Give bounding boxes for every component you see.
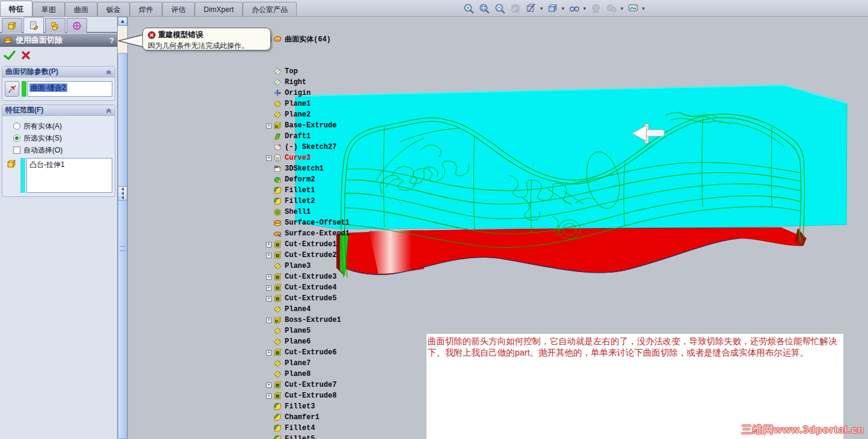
tree-expand-icon[interactable]: +: [266, 285, 272, 291]
featuremanager-tab[interactable]: [2, 18, 22, 33]
configurationmanager-tab[interactable]: [45, 18, 65, 33]
splitter-handle[interactable]: [118, 186, 127, 201]
flip-cut-direction-button[interactable]: [5, 81, 19, 97]
dropdown-arrow-icon[interactable]: ▼: [641, 6, 646, 11]
selection-color-bar: [22, 81, 26, 97]
tree-item-plane2[interactable]: +Plane2: [263, 109, 311, 120]
command-manager-tab-bar: 特征草图曲面钣金焊件评估DimXpert办公室产品 ▼▼▼▼▼: [0, 0, 868, 17]
tooltip-title: 重建模型错误: [158, 30, 203, 40]
tree-expand-icon[interactable]: +: [266, 350, 272, 356]
origin-icon: [273, 89, 283, 97]
surface-selection-listbox[interactable]: 曲面-缝合2: [28, 81, 112, 97]
tree-item-right[interactable]: +Right: [263, 77, 306, 88]
tree-item-sketch27[interactable]: +(-) Sketch27: [263, 142, 336, 153]
ribbon-tab-3[interactable]: 曲面: [65, 2, 97, 16]
tree-item-cut-extrude8[interactable]: +Cut-Extrude8: [263, 390, 336, 401]
ribbon-tab-4[interactable]: 钣金: [97, 2, 130, 16]
surface-cut-icon: [3, 36, 13, 44]
tree-item-cut-extrude1[interactable]: +Cut-Extrude1: [263, 239, 336, 250]
dimxpert-tab[interactable]: [67, 18, 87, 33]
checkbox-option-3[interactable]: 自动选择(O): [13, 145, 112, 156]
tree-item-fillet5[interactable]: +Fillet5: [263, 434, 315, 439]
tree-expand-icon[interactable]: +: [266, 296, 272, 301]
scroll-up-button[interactable]: ▲: [118, 17, 127, 26]
tree-item-plane6[interactable]: +Plane6: [263, 336, 311, 347]
ribbon-tab-8[interactable]: 办公室产品: [243, 2, 297, 16]
tree-expand-icon[interactable]: +: [266, 156, 272, 161]
tree-expand-icon[interactable]: +: [266, 318, 272, 323]
help-button[interactable]: ?: [109, 36, 114, 45]
dropdown-arrow-icon[interactable]: ▼: [539, 6, 544, 11]
tree-item-plane8[interactable]: +Plane8: [263, 369, 311, 380]
tree-item-surface-offset1[interactable]: +Surface-Offset1: [263, 217, 350, 228]
tree-item-fillet3[interactable]: +Fillet3: [263, 401, 315, 412]
tree-item-surface-extend1[interactable]: +Surface-Extend1: [263, 228, 350, 239]
tree-item-chamfer1[interactable]: +Chamfer1: [263, 412, 320, 423]
zoom-to-selection-icon[interactable]: [493, 2, 506, 15]
tree-item-plane5[interactable]: +Plane5: [263, 325, 311, 336]
tree-item-plane1[interactable]: +Plane1: [263, 98, 311, 109]
checkbox-indicator[interactable]: [13, 147, 20, 154]
radio-indicator[interactable]: [13, 135, 20, 142]
tree-expand-icon[interactable]: +: [266, 274, 272, 280]
radio-option-2[interactable]: 所选实体(S): [13, 133, 112, 144]
ribbon-tab-5[interactable]: 焊件: [130, 2, 162, 16]
body-item[interactable]: 凸台-拉伸1: [29, 160, 65, 169]
affected-bodies-listbox[interactable]: 凸台-拉伸1: [26, 158, 112, 193]
tree-item-plane3[interactable]: +Plane3: [263, 261, 311, 271]
ribbon-tab-6[interactable]: 评估: [162, 2, 195, 16]
feature-scope-header[interactable]: 特征范围(F): [2, 105, 115, 116]
radio-option-1[interactable]: 所有实体(A): [13, 121, 112, 132]
splitter-grip[interactable]: [120, 246, 126, 251]
ribbon-tab-7[interactable]: DimXpert: [195, 2, 243, 16]
cancel-button[interactable]: [19, 49, 33, 62]
tree-item-shell1[interactable]: +Shell1: [263, 207, 311, 217]
edit-appearance-icon[interactable]: [627, 2, 640, 15]
tree-item-fillet4[interactable]: +Fillet4: [263, 423, 315, 434]
tree-item-cut-extrude6[interactable]: +Cut-Extrude6: [263, 347, 336, 358]
selected-surface-item[interactable]: 曲面-缝合2: [29, 83, 67, 92]
radio-indicator[interactable]: [13, 123, 20, 130]
tree-item-cut-extrude2[interactable]: +Cut-Extrude2: [263, 250, 336, 261]
tree-item-cut-extrude7[interactable]: +Cut-Extrude7: [263, 380, 336, 390]
ribbon-tab-1[interactable]: 特征: [0, 1, 32, 16]
graphics-viewport[interactable]: +曲面实体(64)+Top+Right+Origin+Plane1+Plane2…: [128, 17, 868, 439]
display-style-icon[interactable]: [568, 2, 581, 15]
tree-expand-icon[interactable]: +: [266, 123, 272, 129]
tree-item-cut-extrude3[interactable]: +Cut-Extrude3: [263, 271, 336, 282]
tree-expand-icon[interactable]: +: [266, 393, 272, 399]
propertymanager-tab[interactable]: [23, 17, 44, 33]
tree-item-origin[interactable]: +Origin: [263, 88, 311, 98]
tree-item-boss-extrude1[interactable]: +Boss-Extrude1: [263, 315, 341, 325]
tree-item-label: Top: [285, 67, 298, 76]
tree-item-curve3[interactable]: +Curve3: [263, 153, 311, 163]
fillet-icon: [273, 402, 283, 411]
tree-item-label: Plane2: [285, 111, 311, 119]
dropdown-arrow-icon[interactable]: ▼: [582, 6, 587, 11]
ribbon-tab-2[interactable]: 草图: [32, 2, 65, 16]
tree-item-plane7[interactable]: +Plane7: [263, 358, 311, 369]
view-orientation-icon[interactable]: [546, 2, 559, 15]
tree-item-fillet1[interactable]: +Fillet1: [263, 185, 315, 196]
dropdown-arrow-icon[interactable]: ▼: [619, 6, 624, 11]
tree-item-draft1[interactable]: +Draft1: [263, 131, 311, 142]
surface-cut-parameters-header[interactable]: 曲面切除参数(P): [2, 67, 115, 77]
tree-item-64[interactable]: +曲面实体(64): [263, 34, 331, 44]
tree-item-3dsketch1[interactable]: +3D3DSketch1: [263, 163, 324, 174]
rotate-view-icon: [509, 2, 522, 15]
tree-item-plane4[interactable]: +Plane4: [263, 304, 311, 315]
zoom-to-area-icon[interactable]: [478, 2, 491, 15]
tree-item-deform2[interactable]: +Deform2: [263, 174, 315, 185]
tree-item-fillet2[interactable]: +Fillet2: [263, 196, 315, 207]
zoom-to-fit-icon[interactable]: [462, 2, 475, 15]
tree-item-cut-extrude4[interactable]: +Cut-Extrude4: [263, 282, 336, 293]
section-view-icon[interactable]: [524, 2, 538, 15]
dropdown-arrow-icon[interactable]: ▼: [560, 6, 565, 11]
tree-expand-icon[interactable]: +: [266, 253, 272, 258]
tree-item-top[interactable]: +Top: [263, 66, 298, 77]
tree-expand-icon[interactable]: +: [266, 383, 272, 388]
tree-item-cut-extrude5[interactable]: +Cut-Extrude5: [263, 293, 336, 304]
tree-item-base-extrude[interactable]: +Base-Extrude: [263, 120, 336, 131]
tree-expand-icon[interactable]: +: [266, 242, 272, 247]
ok-button[interactable]: [2, 49, 17, 62]
